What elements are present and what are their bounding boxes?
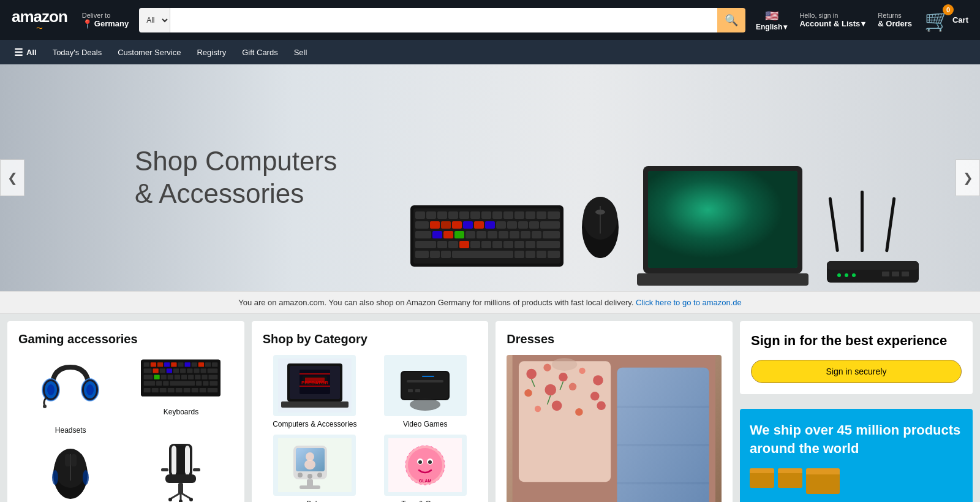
ship-banner: We ship over 45 million products around …	[740, 409, 973, 502]
dresses-image	[507, 355, 722, 502]
notification-text: You are on amazon.com. You can also shop…	[238, 298, 633, 307]
category-item-baby[interactable]: Baby	[263, 435, 367, 502]
svg-rect-32	[477, 231, 486, 238]
gaming-item-keyboards[interactable]: Keyboards	[129, 355, 233, 435]
svg-rect-56	[537, 251, 546, 258]
svg-rect-148	[193, 468, 200, 471]
mouse-svg	[576, 191, 625, 264]
returns-area[interactable]: Returns & Orders	[873, 9, 916, 31]
hamburger-icon: ☰	[14, 47, 23, 58]
svg-rect-77	[902, 272, 909, 276]
category-item-toysgames[interactable]: GLAM Toys & Games	[373, 435, 477, 502]
svg-rect-171	[415, 389, 420, 392]
nav-customer-service[interactable]: Customer Service	[111, 44, 187, 61]
account-lists-label: Account & Lists ▾	[799, 19, 865, 28]
svg-rect-109	[144, 375, 153, 379]
category-title: Shop by Category	[263, 332, 478, 346]
nav-gift-cards[interactable]: Gift Cards	[235, 44, 285, 61]
arrow-left-icon: ❮	[7, 170, 18, 185]
svg-rect-114	[181, 375, 187, 379]
svg-point-173	[410, 398, 440, 411]
gaming-grid: Headsets	[18, 355, 233, 502]
hero-title: Shop Computers & Accessories	[135, 145, 337, 210]
svg-rect-45	[492, 241, 502, 248]
svg-point-83	[86, 384, 94, 395]
hero-laptop	[637, 166, 809, 291]
svg-rect-6	[459, 211, 469, 219]
cart-area[interactable]: 🛒 0 Cart	[920, 5, 973, 36]
videogames-label: Video Games	[403, 420, 448, 428]
svg-rect-11	[514, 211, 524, 219]
computers-thumb: PREDATOR	[273, 355, 356, 416]
search-input[interactable]	[170, 8, 717, 32]
dresses-svg	[507, 355, 722, 502]
svg-rect-7	[470, 211, 480, 219]
svg-rect-68	[861, 191, 864, 252]
svg-rect-12	[526, 211, 535, 219]
hero-arrow-left[interactable]: ❮	[0, 159, 24, 196]
nav-todays-deals[interactable]: Today's Deals	[46, 44, 109, 61]
search-category-select[interactable]: All	[139, 8, 170, 32]
nav-registry[interactable]: Registry	[190, 44, 233, 61]
svg-rect-111	[161, 375, 167, 379]
signin-button[interactable]: Sign in securely	[751, 360, 962, 383]
nav-all-button[interactable]: ☰ All	[7, 42, 43, 63]
svg-rect-4	[437, 211, 447, 219]
svg-rect-8	[481, 211, 491, 219]
svg-rect-132	[192, 388, 198, 392]
svg-point-203	[569, 383, 576, 390]
svg-point-61	[595, 210, 605, 215]
svg-rect-133	[200, 388, 206, 392]
notification-bar: You are on amazon.com. You can also shop…	[0, 291, 980, 314]
svg-rect-16	[430, 221, 440, 229]
svg-rect-14	[548, 211, 560, 219]
gaming-item-headsets[interactable]: Headsets	[18, 355, 123, 435]
gaming-item-mice[interactable]: Mice	[18, 441, 123, 502]
svg-point-86	[43, 405, 47, 408]
svg-rect-119	[144, 381, 156, 386]
nav-sell[interactable]: Sell	[287, 44, 314, 61]
amazon-de-link[interactable]: Click here to go to amazon.de	[636, 298, 742, 307]
svg-point-207	[575, 408, 582, 416]
svg-point-191	[428, 460, 432, 464]
svg-point-178	[306, 452, 314, 461]
search-button[interactable]: 🔍	[717, 8, 745, 32]
svg-rect-48	[526, 241, 535, 248]
svg-rect-138	[65, 454, 70, 466]
deliver-location: 📍 Germany	[82, 19, 129, 29]
svg-rect-41	[448, 241, 458, 248]
toysgames-thumb: GLAM	[384, 435, 467, 496]
svg-point-204	[590, 392, 600, 401]
svg-rect-144	[172, 446, 176, 475]
language-selector[interactable]: 🇺🇸 English ▾	[752, 6, 791, 34]
amazon-logo[interactable]: amazon 〜	[7, 4, 72, 36]
svg-rect-184	[300, 485, 320, 489]
baby-svg	[278, 438, 352, 492]
chair-image	[156, 441, 205, 502]
svg-rect-54	[514, 251, 524, 258]
search-bar: All 🔍	[139, 8, 745, 32]
cart-label: Cart	[952, 15, 968, 25]
svg-rect-33	[488, 231, 497, 238]
hero-products	[410, 166, 931, 291]
cart-wrapper: 🛒 0	[924, 8, 950, 32]
deliver-to-area[interactable]: Deliver to 📍 Germany	[78, 9, 133, 32]
right-column: Sign in for the best experience Sign in …	[740, 321, 973, 502]
svg-rect-76	[892, 272, 899, 276]
account-area[interactable]: Hello, sign in Account & Lists ▾	[795, 9, 870, 31]
svg-rect-97	[205, 362, 211, 367]
svg-rect-27	[415, 231, 431, 238]
category-item-computers[interactable]: PREDATOR Computers & Accessories	[263, 355, 367, 428]
svg-rect-169	[407, 380, 443, 382]
lang-dropdown-icon: ▾	[783, 23, 787, 31]
category-item-videogames[interactable]: Video Games	[373, 355, 477, 428]
svg-rect-145	[185, 446, 190, 475]
svg-rect-67	[828, 197, 839, 252]
svg-rect-71	[827, 261, 919, 270]
svg-point-202	[545, 384, 557, 396]
svg-rect-34	[499, 231, 508, 238]
hero-arrow-right[interactable]: ❯	[956, 159, 980, 196]
svg-point-155	[179, 500, 183, 502]
svg-rect-36	[521, 231, 530, 238]
gaming-item-chairs[interactable]: Chairs	[129, 441, 233, 502]
